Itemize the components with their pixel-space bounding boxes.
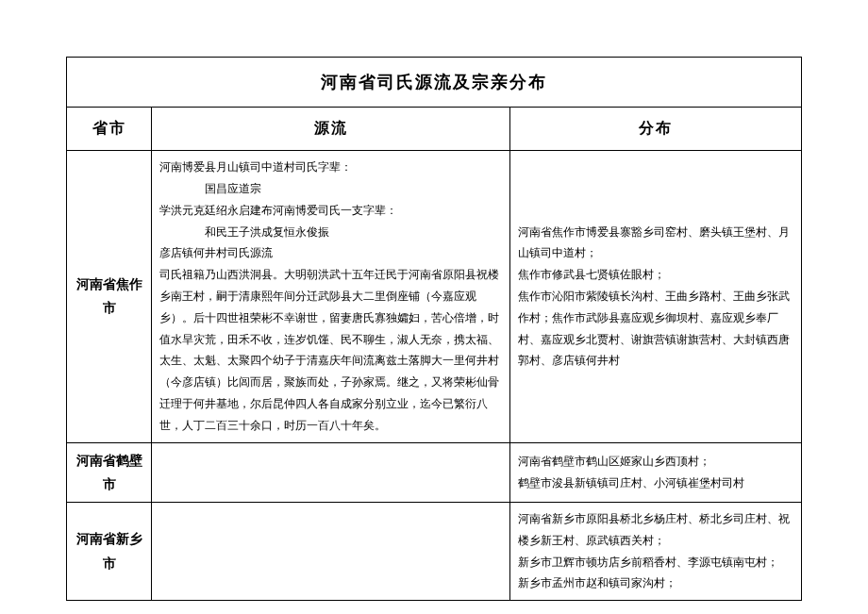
dist-line: 河南省鹤壁市鹤山区姬家山乡西顶村； bbox=[518, 451, 793, 473]
province-cell: 河南省焦作市 bbox=[67, 151, 152, 442]
distribution-cell: 河南省新乡市原阳县桥北乡杨庄村、桥北乡司庄村、祝楼乡新王村、原武镇西关村； 新乡… bbox=[510, 502, 802, 600]
dist-line: 鹤壁市浚县新镇镇司庄村、小河镇崔堡村司村 bbox=[518, 473, 793, 494]
genealogy-table: 河南省司氏源流及宗亲分布 省市 源流 分布 河南省焦作市 河南博爱县月山镇司中道… bbox=[66, 57, 802, 601]
origin-cell bbox=[152, 502, 510, 600]
dist-line: 河南省新乡市原阳县桥北乡杨庄村、桥北乡司庄村、祝楼乡新王村、原武镇西关村； bbox=[518, 508, 793, 552]
origin-line: 和民王子洪成复恒永俊振 bbox=[159, 222, 502, 243]
header-distribution: 分布 bbox=[510, 108, 802, 151]
distribution-cell: 河南省鹤壁市鹤山区姬家山乡西顶村； 鹤壁市浚县新镇镇司庄村、小河镇崔堡村司村 bbox=[510, 442, 802, 502]
origin-line: 学洪元克廷绍永启建布河南博爱司氏一支字辈： bbox=[159, 200, 502, 222]
title-row: 河南省司氏源流及宗亲分布 bbox=[67, 58, 802, 108]
dist-line: 焦作市沁阳市紫陵镇长沟村、王曲乡路村、王曲乡张武作村；焦作市武陟县嘉应观乡御坝村… bbox=[518, 286, 793, 372]
table-row: 河南省鹤壁市 河南省鹤壁市鹤山区姬家山乡西顶村； 鹤壁市浚县新镇镇司庄村、小河镇… bbox=[67, 442, 802, 502]
dist-line: 焦作市修武县七贤镇佐眼村； bbox=[518, 264, 793, 286]
table-row: 河南省新乡市 河南省新乡市原阳县桥北乡杨庄村、桥北乡司庄村、祝楼乡新王村、原武镇… bbox=[67, 502, 802, 600]
dist-line: 河南省焦作市博爱县寨豁乡司窑村、磨头镇王堡村、月山镇司中道村； bbox=[518, 222, 793, 265]
origin-cell bbox=[152, 442, 510, 502]
distribution-cell: 河南省焦作市博爱县寨豁乡司窑村、磨头镇王堡村、月山镇司中道村； 焦作市修武县七贤… bbox=[510, 151, 802, 442]
origin-line: 司氏祖籍乃山西洪洞县。大明朝洪武十五年迁民于河南省原阳县祝楼乡南王村，嗣于清康熙… bbox=[159, 264, 502, 436]
origin-line: 河南博爱县月山镇司中道村司氏字辈： bbox=[159, 157, 502, 178]
origin-line: 彦店镇何井村司氏源流 bbox=[159, 242, 502, 264]
header-row: 省市 源流 分布 bbox=[67, 108, 802, 151]
header-province: 省市 bbox=[67, 108, 152, 151]
province-cell: 河南省新乡市 bbox=[67, 502, 152, 600]
table-row: 河南省焦作市 河南博爱县月山镇司中道村司氏字辈： 国昌应道宗 学洪元克廷绍永启建… bbox=[67, 151, 802, 442]
page-title: 河南省司氏源流及宗亲分布 bbox=[67, 58, 802, 108]
dist-line: 新乡市孟州市赵和镇司家沟村； bbox=[518, 573, 793, 594]
origin-line: 国昌应道宗 bbox=[159, 178, 502, 200]
origin-cell: 河南博爱县月山镇司中道村司氏字辈： 国昌应道宗 学洪元克廷绍永启建布河南博爱司氏… bbox=[152, 151, 510, 442]
province-cell: 河南省鹤壁市 bbox=[67, 442, 152, 502]
header-origin: 源流 bbox=[152, 108, 510, 151]
dist-line: 新乡市卫辉市顿坊店乡前稻香村、李源屯镇南屯村； bbox=[518, 552, 793, 573]
